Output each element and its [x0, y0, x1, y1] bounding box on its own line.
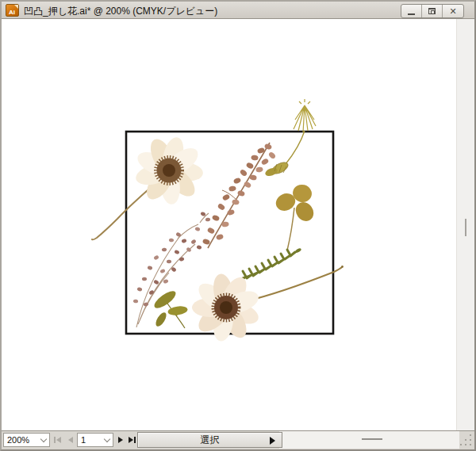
cosmos-flower-bottom [192, 273, 262, 343]
ai-icon-label: Ai [9, 9, 15, 16]
maximize-button[interactable] [422, 5, 443, 17]
close-button[interactable]: ✕ [443, 5, 463, 17]
status-bar: 200% 1 選択 [2, 430, 474, 449]
vertical-scrollbar-thumb[interactable] [465, 219, 466, 236]
zoom-level-value: 200% [7, 435, 38, 445]
illustrator-document-window: Ai 凹凸_押し花.ai* @ 200% (CMYK/プレビュー) ✕ [0, 0, 476, 451]
previous-page-button[interactable] [64, 433, 76, 447]
last-page-button[interactable] [126, 433, 138, 447]
minimize-button[interactable] [401, 5, 422, 17]
golden-clover-leaf [273, 182, 317, 250]
green-fern-leaf [240, 247, 301, 281]
maximize-icon [428, 8, 436, 14]
ai-file-icon[interactable]: Ai [6, 4, 19, 17]
olive-leaf-sprig [152, 289, 188, 328]
horizontal-scrollbar-thumb[interactable] [362, 438, 382, 440]
page-number-select[interactable]: 1 [77, 433, 113, 447]
canvas-area[interactable] [2, 19, 474, 430]
first-page-icon [54, 437, 56, 443]
next-page-icon [118, 437, 123, 443]
page-number-value: 1 [81, 435, 102, 445]
status-label: 選択 [201, 434, 220, 447]
dried-brown-seed-branch [202, 143, 277, 248]
dried-seed-head-top [264, 99, 316, 178]
cosmos-flower-top-left [133, 135, 204, 205]
zoom-level-select[interactable]: 200% [3, 433, 50, 447]
last-page-icon [129, 437, 133, 443]
window-title: 凹凸_押し花.ai* @ 200% (CMYK/プレビュー) [24, 5, 217, 18]
next-page-button[interactable] [114, 433, 126, 447]
first-page-button[interactable] [52, 433, 63, 447]
chevron-down-icon [104, 435, 110, 441]
pressed-flowers-artwork[interactable] [2, 19, 456, 430]
close-icon: ✕ [449, 7, 456, 16]
vertical-scrollbar[interactable] [456, 19, 474, 430]
status-field[interactable]: 選択 [137, 432, 282, 448]
chevron-down-icon [40, 435, 47, 441]
resize-grip[interactable] [459, 434, 472, 446]
window-controls: ✕ [401, 4, 464, 18]
status-menu-arrow-icon [270, 437, 275, 445]
titlebar[interactable]: Ai 凹凸_押し花.ai* @ 200% (CMYK/プレビュー) ✕ [2, 2, 474, 19]
minimize-icon [408, 13, 415, 15]
previous-page-icon [68, 437, 73, 443]
curved-stem-left [92, 184, 155, 239]
horizontal-scrollbar[interactable] [279, 431, 459, 449]
